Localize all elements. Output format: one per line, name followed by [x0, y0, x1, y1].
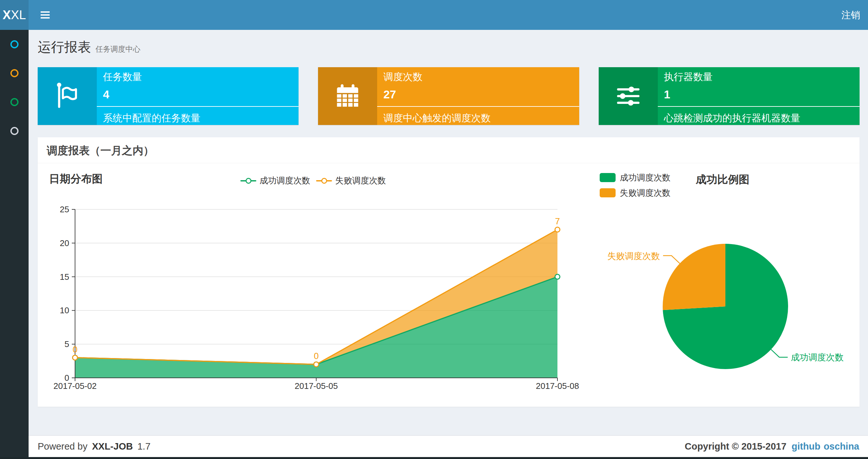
line-chart-title: 日期分布图 — [49, 172, 103, 186]
info-box-description: 调度中心触发的调度次数 — [383, 112, 579, 125]
circle-icon — [10, 127, 19, 135]
info-box-description: 系统中配置的任务数量 — [103, 112, 299, 125]
info-box-divider — [658, 106, 860, 107]
info-box-value: 27 — [383, 88, 579, 101]
line-circle-marker-icon — [240, 178, 256, 184]
info-box-label: 任务数量 — [103, 70, 299, 84]
circle-icon — [10, 40, 19, 48]
logo-rest-text: XL — [11, 8, 26, 22]
product-name: XXL-JOB — [92, 441, 133, 452]
legend-swatch-icon — [600, 173, 616, 182]
info-box-value: 1 — [664, 88, 860, 101]
flag-icon — [38, 67, 97, 125]
svg-text:2017-05-08: 2017-05-08 — [536, 381, 579, 391]
svg-text:失败调度次数: 失败调度次数 — [607, 251, 660, 261]
page-subtitle: 任务调度中心 — [95, 44, 140, 54]
sidebar-item-reports[interactable] — [0, 30, 29, 59]
info-box-divider — [377, 106, 579, 107]
sidebar-item-help[interactable] — [0, 117, 29, 145]
date-distribution-chart[interactable]: 05101520252017-05-022017-05-052017-05-08… — [38, 195, 590, 399]
svg-text:2017-05-05: 2017-05-05 — [294, 381, 338, 391]
legend-label: 成功调度次数 — [259, 175, 310, 186]
line-chart-legend: 成功调度次数 失败调度次数 — [240, 175, 386, 186]
powered-by-text: Powered by XXL-JOB 1.7 — [38, 436, 150, 457]
sidebar-item-executors[interactable] — [0, 88, 29, 117]
legend-label: 失败调度次数 — [335, 175, 386, 186]
logout-link[interactable]: 注销 — [841, 0, 860, 30]
sidebar — [0, 30, 29, 459]
content-header: 运行报表 任务调度中心 — [38, 38, 140, 56]
calendar-icon — [318, 67, 377, 125]
info-box-tasks: 任务数量 4 系统中配置的任务数量 — [38, 67, 299, 125]
info-box-label: 执行器数量 — [664, 70, 860, 84]
pie-chart-title: 成功比例图 — [696, 172, 749, 187]
info-box-divider — [97, 106, 299, 107]
hamburger-icon — [41, 10, 50, 20]
svg-text:15: 15 — [60, 272, 69, 282]
info-box-row: 任务数量 4 系统中配置的任务数量 调度次数 27 调度中心触发的调度次数 — [38, 67, 860, 125]
info-box-executors: 执行器数量 1 心跳检测成功的执行器机器数量 — [599, 67, 860, 125]
svg-text:0: 0 — [72, 345, 77, 355]
copyright-text: Copyright © 2015-2017 — [685, 436, 786, 457]
page-title: 运行报表 — [38, 38, 91, 56]
logo-bold-text: X — [3, 8, 11, 22]
svg-text:25: 25 — [60, 204, 69, 214]
github-link[interactable]: github — [792, 436, 820, 457]
product-version: 1.7 — [137, 441, 150, 452]
schedule-report-panel: 调度报表（一月之内） 日期分布图 成功调度次数 失败调度次数 成功调度次数 失败… — [38, 137, 860, 407]
window-bottom-edge — [0, 457, 868, 459]
footer: Powered by XXL-JOB 1.7 Copyright © 2015-… — [29, 435, 868, 457]
sidebar-item-jobs[interactable] — [0, 59, 29, 88]
svg-text:5: 5 — [65, 339, 69, 349]
info-box-label: 调度次数 — [383, 70, 579, 84]
legend-label: 成功调度次数 — [620, 172, 671, 184]
legend-item-failure[interactable]: 失败调度次数 — [316, 175, 386, 186]
pie-legend-item-success[interactable]: 成功调度次数 — [600, 173, 671, 182]
svg-text:成功调度次数: 成功调度次数 — [791, 353, 844, 362]
line-circle-marker-icon — [316, 178, 332, 184]
svg-text:20: 20 — [60, 238, 69, 248]
oschina-link[interactable]: oschina — [824, 436, 859, 457]
xxl-logo[interactable]: XXL — [0, 0, 29, 30]
svg-text:2017-05-02: 2017-05-02 — [54, 381, 97, 391]
top-navbar: XXL 注销 — [0, 0, 868, 30]
success-ratio-pie-chart[interactable]: 成功调度次数失败调度次数 — [590, 195, 860, 402]
info-box-description: 心跳检测成功的执行器机器数量 — [664, 112, 860, 125]
circle-icon — [10, 69, 19, 77]
svg-text:0: 0 — [314, 351, 319, 361]
panel-title: 调度报表（一月之内） — [38, 137, 860, 163]
circle-icon — [10, 98, 19, 106]
legend-item-success[interactable]: 成功调度次数 — [240, 175, 310, 186]
sidebar-toggle-button[interactable] — [32, 0, 58, 30]
info-box-triggers: 调度次数 27 调度中心触发的调度次数 — [318, 67, 579, 125]
sliders-icon — [599, 67, 658, 125]
svg-text:10: 10 — [60, 305, 69, 315]
svg-text:7: 7 — [555, 217, 560, 226]
info-box-value: 4 — [103, 88, 299, 101]
